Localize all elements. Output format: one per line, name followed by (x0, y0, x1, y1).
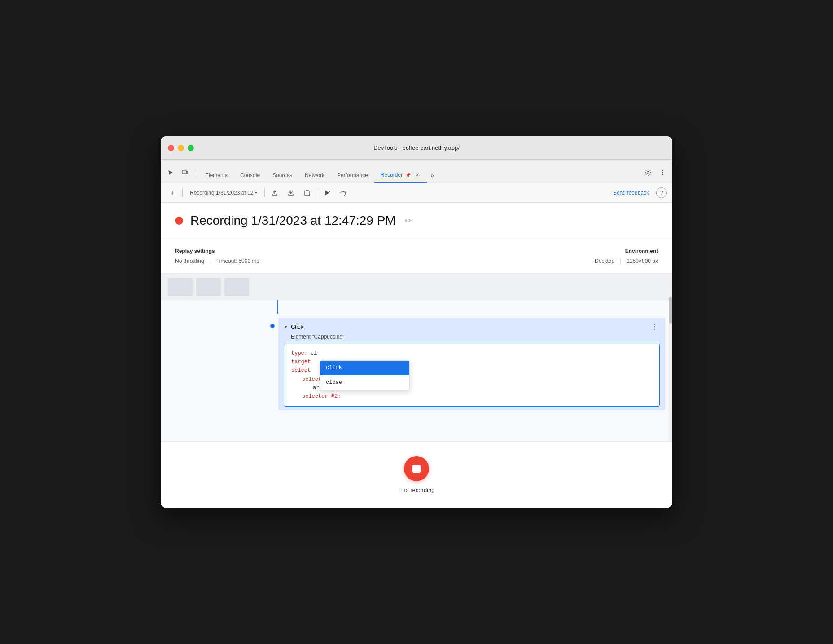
step-dot (270, 324, 275, 328)
window-title: DevTools - coffee-cart.netlify.app/ (373, 144, 460, 151)
svg-point-2 (647, 172, 649, 174)
autocomplete-dropdown: click close (320, 360, 410, 391)
environment-values: Desktop | 1150×800 px (595, 258, 658, 264)
main-content: Recording 1/31/2023 at 12:47:29 PM ✏ Rep… (161, 203, 672, 508)
devtools-window: DevTools - coffee-cart.netlify.app/ Elem… (161, 136, 672, 508)
end-recording-area: End recording (161, 441, 672, 508)
svg-marker-7 (325, 191, 329, 195)
svg-rect-6 (305, 191, 310, 196)
recorder-tab-close[interactable]: ✕ (413, 171, 421, 178)
settings-icon[interactable] (642, 166, 654, 179)
device-toggle-icon[interactable] (179, 166, 191, 179)
viewport-value: Desktop (595, 258, 614, 264)
help-button[interactable]: ? (656, 187, 667, 198)
maximize-button[interactable] (188, 145, 194, 151)
import-button[interactable] (285, 187, 297, 199)
step-row: ▼ Click ⋮ Element "Cappuccino" type: cl (168, 318, 665, 410)
toolbar-icons (642, 166, 669, 183)
stop-icon (412, 465, 421, 473)
svg-point-4 (662, 172, 663, 173)
svg-point-3 (662, 170, 663, 171)
replay-button[interactable] (321, 187, 333, 199)
code-line-type: type: cl (291, 349, 652, 358)
chevron-down-icon: ▾ (255, 190, 257, 195)
tab-icons (164, 166, 191, 183)
traffic-lights (168, 145, 194, 151)
more-options-icon[interactable] (656, 166, 669, 179)
step-container: ▼ Click ⋮ Element "Cappuccino" type: cl (161, 314, 672, 414)
svg-rect-0 (182, 170, 186, 174)
send-feedback-button[interactable]: Send feedback (609, 188, 653, 198)
step-type-label: Click (291, 323, 303, 330)
title-bar: DevTools - coffee-cart.netlify.app/ (161, 136, 672, 160)
settings-separator: | (210, 258, 211, 264)
settings-bar: Replay settings No throttling | Timeout:… (161, 239, 672, 274)
step-content: ▼ Click ⋮ Element "Cappuccino" type: cl (278, 318, 665, 410)
add-recording-button[interactable]: + (166, 187, 179, 199)
tab-performance[interactable]: Performance (331, 169, 374, 183)
toolbar-separator-1 (182, 188, 183, 197)
svg-point-5 (662, 174, 663, 175)
stop-recording-button[interactable] (404, 456, 429, 481)
tab-network[interactable]: Network (298, 169, 331, 183)
replay-settings-section: Replay settings No throttling | Timeout:… (175, 248, 259, 264)
tab-icon-separator (197, 170, 197, 179)
screenshot-thumb-2 (196, 278, 221, 296)
tab-elements[interactable]: Elements (199, 169, 234, 183)
step-element-label: Element "Cappuccino" (284, 334, 660, 340)
screenshot-thumb-1 (168, 278, 193, 296)
step-header: ▼ Click ⋮ (284, 321, 660, 332)
tab-recorder[interactable]: Recorder 📌 ✕ (374, 168, 427, 183)
vertical-scrollbar[interactable] (669, 274, 672, 441)
timeout-value: Timeout: 5000 ms (216, 258, 259, 264)
throttling-value: No throttling (175, 258, 204, 264)
close-button[interactable] (168, 145, 174, 151)
cursor-icon[interactable] (164, 166, 177, 179)
replay-settings-label: Replay settings (175, 248, 259, 254)
devtools-tab-bar: Elements Console Sources Network Perform… (161, 160, 672, 183)
environment-section: Environment Desktop | 1150×800 px (595, 248, 658, 264)
env-separator: | (620, 258, 621, 264)
timeline-line (277, 300, 278, 314)
step-more-options[interactable]: ⋮ (649, 321, 660, 332)
tab-sources[interactable]: Sources (266, 169, 298, 183)
environment-label: Environment (625, 248, 658, 254)
code-editor[interactable]: type: cl target select selector #1: (284, 344, 660, 407)
export-button[interactable] (268, 187, 281, 199)
minimize-button[interactable] (178, 145, 184, 151)
step-collapse-icon[interactable]: ▼ (284, 324, 288, 329)
end-recording-label: End recording (399, 487, 435, 493)
svg-rect-1 (186, 171, 188, 174)
code-line-selector2: selector #2: (291, 392, 652, 401)
recording-title: Recording 1/31/2023 at 12:47:29 PM (190, 213, 396, 228)
replay-settings-values: No throttling | Timeout: 5000 ms (175, 258, 259, 264)
delete-button[interactable] (301, 187, 313, 199)
toolbar-separator-3 (317, 188, 317, 197)
recorder-toolbar: + Recording 1/31/2023 at 12 ▾ (161, 183, 672, 203)
recording-selector[interactable]: Recording 1/31/2023 at 12 ▾ (186, 188, 261, 198)
toolbar-separator-2 (264, 188, 265, 197)
tab-console[interactable]: Console (234, 169, 266, 183)
screenshot-strip (161, 274, 672, 300)
screenshot-thumb-3 (224, 278, 249, 296)
autocomplete-item-close[interactable]: close (320, 375, 409, 390)
recording-indicator (175, 217, 183, 225)
recording-header: Recording 1/31/2023 at 12:47:29 PM ✏ (161, 203, 672, 239)
slow-replay-button[interactable] (337, 187, 350, 199)
edit-title-icon[interactable]: ✏ (403, 214, 413, 227)
autocomplete-item-click[interactable]: click (320, 361, 409, 375)
more-tabs-button[interactable]: » (427, 169, 438, 183)
resolution-value: 1150×800 px (627, 258, 658, 264)
scrollbar-thumb[interactable] (669, 297, 672, 324)
step-area: ▼ Click ⋮ Element "Cappuccino" type: cl (161, 274, 672, 441)
